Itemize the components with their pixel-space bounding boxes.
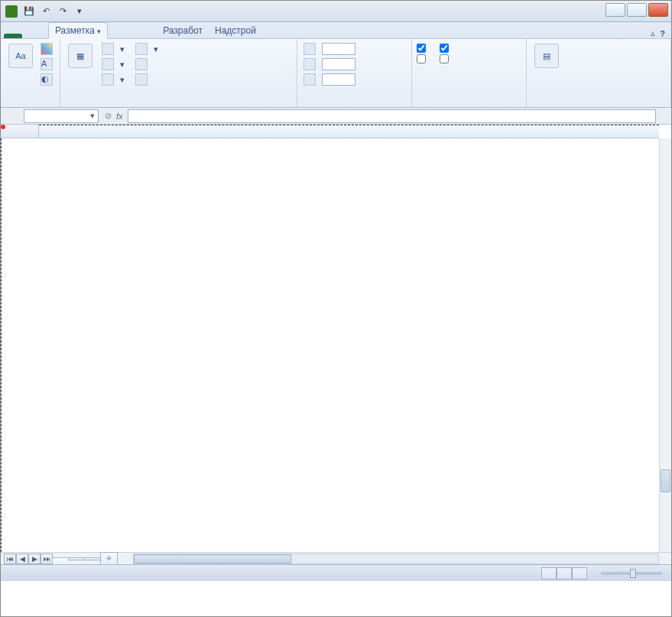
- theme-colors-button[interactable]: [39, 42, 54, 56]
- zoom-slider[interactable]: [601, 572, 662, 575]
- tab-addins[interactable]: Надстрой: [209, 23, 262, 38]
- rows-container: [1, 138, 659, 552]
- hscroll-thumb[interactable]: [134, 554, 291, 563]
- height-input[interactable]: [322, 58, 355, 70]
- tab-home[interactable]: [24, 34, 36, 38]
- tab-review[interactable]: [132, 34, 144, 38]
- tab-page-layout[interactable]: Разметка ▾: [48, 22, 108, 39]
- formula-bar-row: ▾ ⊘ fx: [1, 108, 671, 125]
- sheet-nav-first[interactable]: ⏮: [4, 554, 16, 564]
- redo-icon[interactable]: ↷: [56, 5, 70, 18]
- quick-access-toolbar: 💾 ↶ ↷ ▾: [22, 5, 86, 18]
- breaks-button[interactable]: ▾: [134, 42, 160, 56]
- sheet-new-button[interactable]: ✧: [100, 552, 118, 564]
- headings-view-checkbox[interactable]: [440, 44, 452, 53]
- tab-file[interactable]: [4, 34, 22, 38]
- group-page-setup-label: [65, 104, 292, 106]
- width-row: [302, 42, 357, 56]
- ribbon-tabs: Разметка ▾ Разработ Надстрой ▵ ?: [1, 22, 671, 39]
- margins-button[interactable]: ▦: [65, 42, 96, 71]
- maximize-button[interactable]: [627, 3, 647, 17]
- tab-formulas[interactable]: [108, 34, 120, 38]
- view-layout-button[interactable]: [557, 567, 572, 580]
- margins-icon: ▦: [68, 44, 93, 68]
- spreadsheet-grid: ⏮ ◀ ▶ ⏭ ✧: [1, 125, 671, 564]
- minimize-button[interactable]: [605, 3, 625, 17]
- headings-print-checkbox[interactable]: [440, 54, 452, 63]
- window-controls: [605, 3, 668, 17]
- fx-label[interactable]: fx: [116, 112, 123, 121]
- view-pagebreak-button[interactable]: [572, 567, 587, 580]
- status-bar: [1, 564, 671, 581]
- undo-icon[interactable]: ↶: [39, 5, 53, 18]
- group-themes-label: [5, 104, 55, 106]
- help-icon[interactable]: ?: [660, 29, 665, 38]
- sheet-nav-last[interactable]: ⏭: [41, 554, 53, 564]
- sheet-nav-prev[interactable]: ◀: [16, 554, 28, 564]
- name-box[interactable]: ▾: [24, 109, 99, 123]
- sheet-nav-next[interactable]: ▶: [28, 554, 41, 564]
- arrange-button[interactable]: ▤: [531, 42, 562, 71]
- titlebar: 💾 ↶ ↷ ▾: [1, 1, 671, 22]
- ribbon: Aa A ◐ ▦ ▾ ▾ ▾ ▾: [1, 39, 671, 108]
- close-button[interactable]: [648, 3, 668, 17]
- themes-icon: Aa: [8, 44, 33, 68]
- fx-icon[interactable]: ⊘: [105, 111, 112, 121]
- tab-foxit[interactable]: [262, 34, 274, 38]
- vscroll-thumb[interactable]: [661, 469, 670, 492]
- tab-view[interactable]: [144, 34, 157, 38]
- gridlines-view-checkbox[interactable]: [417, 44, 429, 53]
- print-titles-button[interactable]: [134, 73, 160, 86]
- print-area-button[interactable]: ▾: [100, 73, 126, 86]
- save-icon[interactable]: 💾: [22, 5, 36, 18]
- system-icon[interactable]: [5, 5, 18, 18]
- theme-effects-button[interactable]: ◐: [39, 73, 54, 86]
- theme-fonts-button[interactable]: A: [39, 57, 54, 71]
- select-all-corner[interactable]: [1, 125, 39, 138]
- qat-dropdown-icon[interactable]: ▾: [73, 5, 86, 18]
- arrange-icon: ▤: [534, 44, 559, 68]
- background-button[interactable]: [134, 57, 160, 71]
- sheet-tab-1[interactable]: [52, 557, 69, 560]
- size-button[interactable]: ▾: [100, 57, 126, 71]
- horizontal-scrollbar[interactable]: [133, 554, 659, 564]
- tab-insert[interactable]: [36, 34, 48, 38]
- tab-data[interactable]: [120, 34, 132, 38]
- namebox-dropdown-icon[interactable]: ▾: [90, 111, 95, 121]
- group-scale-label: [302, 104, 407, 106]
- gridlines-print-checkbox[interactable]: [417, 54, 429, 63]
- ribbon-minimize-icon[interactable]: ▵: [651, 28, 655, 38]
- height-row: [302, 57, 357, 71]
- scale-row: [302, 73, 357, 86]
- group-sheet-options-label: [417, 104, 521, 106]
- tab-developer[interactable]: Разработ: [157, 23, 209, 38]
- themes-button[interactable]: Aa: [5, 42, 36, 71]
- scale-input[interactable]: [322, 73, 355, 86]
- formula-input[interactable]: [128, 109, 656, 123]
- width-input[interactable]: [322, 43, 355, 55]
- orientation-button[interactable]: ▾: [100, 42, 126, 56]
- view-normal-button[interactable]: [541, 567, 557, 580]
- column-headers: [1, 125, 659, 138]
- zoom-knob[interactable]: [630, 569, 636, 578]
- sheet-tab-2[interactable]: [68, 557, 85, 560]
- tab-abbyy[interactable]: [274, 34, 287, 38]
- vertical-scrollbar[interactable]: [659, 138, 671, 552]
- sheet-tab-3[interactable]: [84, 557, 101, 560]
- bottom-bar: ⏮ ◀ ▶ ⏭ ✧: [1, 552, 671, 564]
